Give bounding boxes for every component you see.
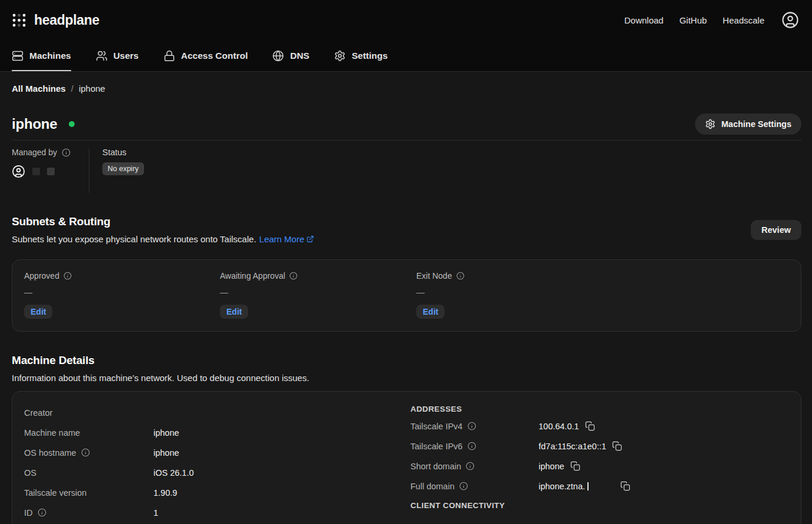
ipv6-label: Tailscale IPv6 [410, 442, 463, 451]
edit-exit-node-button[interactable]: Edit [416, 305, 445, 319]
detail-row-id: ID 1 [24, 508, 410, 518]
id-label: ID [24, 508, 33, 518]
ipv4-value: 100.64.0.1 [539, 422, 579, 431]
managed-by-user[interactable] [12, 165, 89, 178]
edit-awaiting-button[interactable]: Edit [220, 305, 248, 319]
copy-icon [585, 421, 595, 431]
gear-icon [334, 50, 346, 62]
redacted-text [47, 168, 55, 175]
info-icon[interactable] [466, 462, 474, 470]
info-icon[interactable] [467, 442, 476, 450]
main-nav: Machines Users Access Control DNS Settin… [0, 40, 812, 71]
app-header: headplane Download GitHub Headscale Mach… [0, 0, 812, 72]
tab-dns[interactable]: DNS [272, 40, 309, 71]
redacted-text [587, 482, 589, 490]
brand-name: headplane [34, 12, 99, 28]
approved-value: — [24, 288, 220, 297]
os-value: iOS 26.1.0 [153, 468, 410, 478]
detail-row-tailscale-version: Tailscale version 1.90.9 [24, 488, 410, 498]
detail-row-machine-name: Machine name iphone [24, 428, 410, 438]
copy-full-domain-button[interactable] [620, 481, 630, 491]
tab-users[interactable]: Users [96, 40, 139, 71]
awaiting-approval-label: Awaiting Approval [220, 271, 285, 281]
user-circle-icon [12, 165, 25, 178]
headscale-link[interactable]: Headscale [723, 15, 764, 25]
tab-label: Machines [29, 51, 71, 61]
machine-name-label: Machine name [24, 428, 80, 438]
info-icon[interactable] [467, 422, 476, 430]
globe-icon [272, 50, 284, 62]
info-icon[interactable] [62, 148, 71, 157]
machine-settings-button[interactable]: Machine Settings [695, 114, 801, 135]
os-hostname-label: OS hostname [24, 448, 76, 458]
info-icon[interactable] [64, 272, 72, 280]
subnets-description: Subnets let you expose physical network … [12, 234, 256, 244]
address-row-ipv4: Tailscale IPv4 100.64.0.1 [410, 421, 789, 431]
gear-icon [705, 119, 716, 129]
info-icon[interactable] [81, 448, 90, 457]
edit-approved-button[interactable]: Edit [24, 305, 52, 319]
short-domain-value: iphone [539, 462, 564, 471]
detail-row-creator: Creator [24, 408, 410, 418]
info-icon[interactable] [456, 272, 465, 280]
client-connectivity-heading: CLIENT CONNECTIVITY [410, 501, 789, 510]
address-row-ipv6: Tailscale IPv6 fd7a:115c:a1e0::1 [410, 441, 789, 451]
copy-ipv4-button[interactable] [585, 421, 595, 431]
github-link[interactable]: GitHub [679, 15, 707, 25]
copy-short-domain-button[interactable] [570, 461, 580, 471]
os-hostname-value: iphone [153, 448, 410, 458]
headplane-logo-icon [12, 13, 26, 28]
ipv6-value: fd7a:115c:a1e0::1 [539, 442, 606, 451]
addresses-heading: ADDRESSES [410, 405, 789, 413]
creator-label: Creator [24, 408, 52, 418]
tailscale-version-value: 1.90.9 [153, 488, 410, 498]
approved-label: Approved [24, 271, 59, 281]
copy-ipv6-button[interactable] [612, 441, 622, 451]
copy-icon [570, 461, 580, 471]
tab-machines[interactable]: Machines [12, 40, 71, 71]
exit-node-value: — [416, 288, 789, 297]
copy-icon [620, 481, 630, 491]
machine-name-value: iphone [153, 428, 410, 438]
managed-by-label: Managed by [12, 148, 57, 157]
tab-label: Users [113, 51, 139, 61]
brand[interactable]: headplane [12, 12, 99, 28]
copy-icon [612, 441, 622, 451]
info-icon[interactable] [459, 482, 468, 490]
tab-settings[interactable]: Settings [334, 40, 387, 71]
breadcrumb-separator: / [71, 84, 73, 94]
details-section-title: Machine Details [12, 354, 309, 367]
tab-access-control[interactable]: Access Control [163, 40, 248, 71]
info-icon[interactable] [38, 508, 46, 517]
details-description: Information about this machine’s network… [12, 373, 309, 383]
detail-row-os-hostname: OS hostname iphone [24, 448, 410, 458]
status-badge: No expiry [102, 162, 144, 175]
breadcrumb-all-machines[interactable]: All Machines [12, 84, 66, 94]
subnets-section-title: Subnets & Routing [12, 215, 314, 228]
review-button[interactable]: Review [751, 220, 801, 240]
status-label: Status [102, 148, 144, 157]
learn-more-label: Learn More [259, 234, 305, 244]
server-icon [12, 50, 24, 62]
full-domain-label: Full domain [410, 482, 455, 491]
address-row-short-domain: Short domain iphone [410, 461, 789, 471]
machine-details-card: Creator Machine name iphone OS hostname … [12, 391, 801, 524]
lock-icon [163, 50, 175, 62]
ipv4-label: Tailscale IPv4 [410, 422, 463, 431]
routes-card: Approved — Edit Awaiting Approval — Edit… [12, 259, 801, 332]
users-icon [96, 50, 108, 62]
learn-more-link[interactable]: Learn More [259, 234, 314, 244]
download-link[interactable]: Download [624, 15, 664, 25]
id-value: 1 [153, 508, 410, 518]
awaiting-approval-value: — [220, 288, 416, 297]
user-avatar-button[interactable] [781, 11, 799, 29]
redacted-text [32, 168, 40, 175]
detail-row-os: OS iOS 26.1.0 [24, 468, 410, 478]
machine-settings-label: Machine Settings [721, 119, 791, 129]
exit-node-column: Exit Node — Edit [416, 271, 789, 319]
page-title: iphone [12, 116, 57, 132]
address-row-full-domain: Full domain iphone.ztna. [410, 481, 789, 491]
approved-routes-column: Approved — Edit [24, 271, 220, 319]
breadcrumb: All Machines / iphone [12, 84, 801, 94]
info-icon[interactable] [289, 272, 298, 280]
